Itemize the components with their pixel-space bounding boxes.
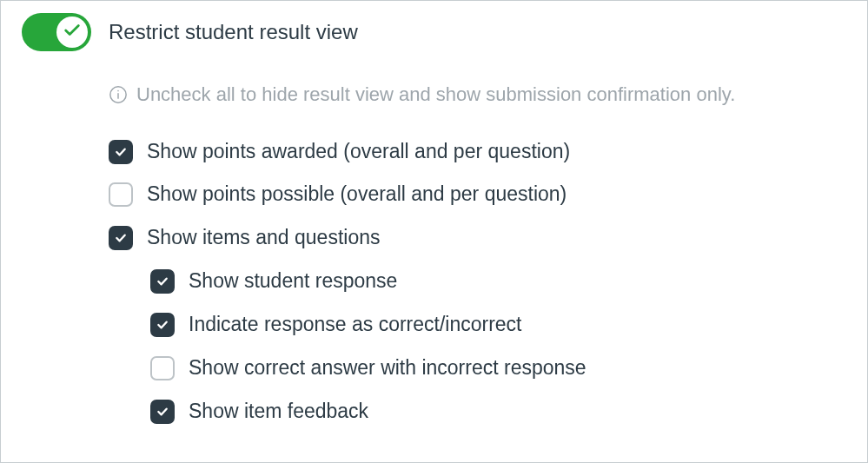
- option-correct-answer: Show correct answer with incorrect respo…: [150, 355, 846, 381]
- toggle-knob: [56, 17, 88, 48]
- checkbox-list: Show points awarded (overall and per que…: [109, 139, 846, 425]
- checkbox-item-feedback[interactable]: [150, 400, 175, 424]
- checkbox-items-questions[interactable]: [109, 226, 133, 250]
- nested-checkbox-list: Show student response Indicate response …: [150, 268, 846, 425]
- toggle-row: Restrict student result view: [22, 13, 846, 51]
- svg-point-1: [117, 90, 119, 92]
- label-item-feedback[interactable]: Show item feedback: [189, 399, 368, 425]
- info-icon: [109, 85, 128, 104]
- option-points-possible: Show points possible (overall and per qu…: [109, 182, 846, 208]
- label-correct-answer[interactable]: Show correct answer with incorrect respo…: [189, 355, 586, 381]
- helper-row: Uncheck all to hide result view and show…: [109, 83, 846, 108]
- checkbox-indicate-correct[interactable]: [150, 313, 175, 337]
- option-items-questions: Show items and questions: [109, 225, 846, 251]
- label-student-response[interactable]: Show student response: [189, 268, 397, 294]
- helper-text: Uncheck all to hide result view and show…: [136, 83, 735, 108]
- label-indicate-correct[interactable]: Indicate response as correct/incorrect: [189, 312, 522, 338]
- check-icon: [63, 21, 82, 43]
- option-student-response: Show student response: [150, 268, 846, 294]
- restrict-result-view-panel: Restrict student result view Uncheck all…: [0, 0, 868, 463]
- option-points-awarded: Show points awarded (overall and per que…: [109, 139, 846, 165]
- checkbox-points-awarded[interactable]: [109, 140, 133, 164]
- toggle-label: Restrict student result view: [109, 18, 358, 45]
- restrict-result-view-toggle[interactable]: [22, 13, 91, 51]
- checkbox-student-response[interactable]: [150, 269, 175, 294]
- label-points-possible[interactable]: Show points possible (overall and per qu…: [147, 182, 567, 208]
- label-items-questions[interactable]: Show items and questions: [147, 225, 381, 251]
- label-points-awarded[interactable]: Show points awarded (overall and per que…: [147, 139, 570, 165]
- option-item-feedback: Show item feedback: [150, 399, 846, 425]
- checkbox-points-possible[interactable]: [109, 182, 133, 207]
- option-indicate-correct: Indicate response as correct/incorrect: [150, 312, 846, 338]
- checkbox-correct-answer[interactable]: [150, 356, 175, 380]
